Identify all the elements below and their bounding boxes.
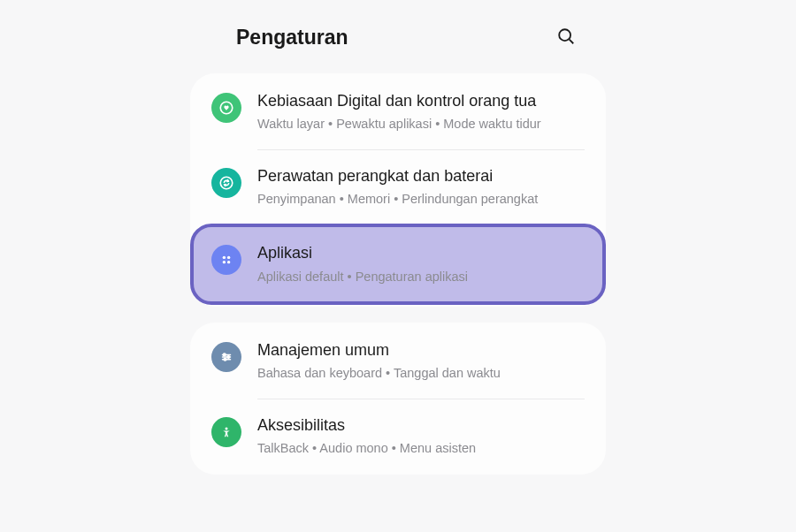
- settings-item-apps[interactable]: Aplikasi Aplikasi default • Pengaturan a…: [190, 224, 606, 305]
- svg-point-13: [224, 358, 226, 361]
- refresh-circle-icon: [211, 168, 241, 198]
- item-subtitle: Bahasa dan keyboard • Tanggal dan waktu: [257, 364, 585, 382]
- sliders-icon: [211, 342, 241, 372]
- settings-screen: Pengaturan Kebiasaan Digital dan kontrol…: [190, 0, 606, 532]
- settings-item-general[interactable]: Manajemen umum Bahasa dan keyboard • Tan…: [190, 324, 606, 399]
- settings-item-accessibility[interactable]: Aksesibilitas TalkBack • Audio mono • Me…: [190, 399, 606, 474]
- svg-point-9: [223, 353, 226, 356]
- settings-group: Kebiasaan Digital dan kontrol orang tua …: [190, 73, 606, 307]
- svg-point-11: [227, 356, 230, 359]
- item-title: Aplikasi: [257, 243, 585, 263]
- settings-item-device-care[interactable]: Perawatan perangkat dan baterai Penyimpa…: [190, 150, 606, 224]
- person-icon: [211, 417, 241, 447]
- svg-point-3: [220, 177, 233, 189]
- settings-group: Manajemen umum Bahasa dan keyboard • Tan…: [190, 323, 606, 475]
- item-title: Perawatan perangkat dan baterai: [257, 166, 585, 186]
- item-title: Manajemen umum: [257, 340, 585, 361]
- item-text: Perawatan perangkat dan baterai Penyimpa…: [257, 166, 585, 209]
- search-button[interactable]: [551, 21, 581, 54]
- item-text: Kebiasaan Digital dan kontrol orang tua …: [257, 91, 585, 133]
- item-subtitle: Penyimpanan • Memori • Perlindungan pera…: [257, 190, 585, 208]
- svg-point-5: [227, 256, 230, 259]
- header: Pengaturan: [190, 21, 606, 73]
- item-text: Aplikasi Aplikasi default • Pengaturan a…: [257, 243, 585, 285]
- item-title: Kebiasaan Digital dan kontrol orang tua: [257, 91, 585, 111]
- settings-item-digital-wellbeing[interactable]: Kebiasaan Digital dan kontrol orang tua …: [190, 75, 606, 149]
- page-title: Pengaturan: [236, 26, 348, 49]
- svg-point-7: [227, 261, 230, 263]
- item-text: Aksesibilitas TalkBack • Audio mono • Me…: [257, 415, 585, 458]
- item-title: Aksesibilitas: [257, 415, 585, 436]
- item-subtitle: TalkBack • Audio mono • Menu asisten: [257, 439, 585, 457]
- svg-point-14: [226, 427, 228, 429]
- svg-point-4: [223, 256, 226, 259]
- item-subtitle: Aplikasi default • Pengaturan aplikasi: [257, 268, 585, 285]
- svg-line-1: [570, 40, 574, 44]
- item-text: Manajemen umum Bahasa dan keyboard • Tan…: [257, 340, 585, 383]
- grid-dots-icon: [211, 245, 241, 275]
- svg-point-0: [559, 29, 570, 41]
- search-icon: [556, 27, 576, 49]
- item-subtitle: Waktu layar • Pewaktu aplikasi • Mode wa…: [257, 115, 585, 133]
- svg-point-6: [223, 261, 226, 263]
- heart-circle-icon: [211, 93, 241, 123]
